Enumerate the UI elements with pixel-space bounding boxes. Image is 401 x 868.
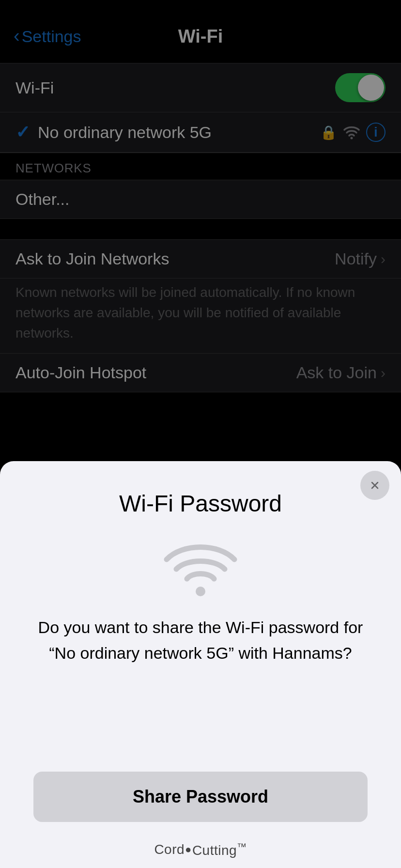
- modal-close-button[interactable]: [360, 471, 389, 500]
- wifi-icon-large: [162, 534, 239, 597]
- branding-text-cutting: Cutting™: [192, 841, 247, 858]
- close-icon: [369, 480, 381, 491]
- branding-text-cord: Cord: [154, 842, 185, 857]
- modal-title: Wi-Fi Password: [119, 490, 282, 517]
- svg-point-1: [196, 587, 205, 596]
- wifi-signal-large-icon: [162, 534, 239, 597]
- share-password-button[interactable]: Share Password: [33, 772, 368, 822]
- wifi-password-modal: Wi-Fi Password Do you want to share the …: [0, 461, 401, 868]
- branding-dot-icon: ●: [185, 843, 192, 856]
- branding-logo: Cord●Cutting™: [154, 837, 247, 868]
- modal-overlay: Wi-Fi Password Do you want to share the …: [0, 0, 401, 868]
- share-password-label: Share Password: [133, 787, 268, 807]
- modal-description: Do you want to share the Wi-Fi password …: [0, 615, 401, 666]
